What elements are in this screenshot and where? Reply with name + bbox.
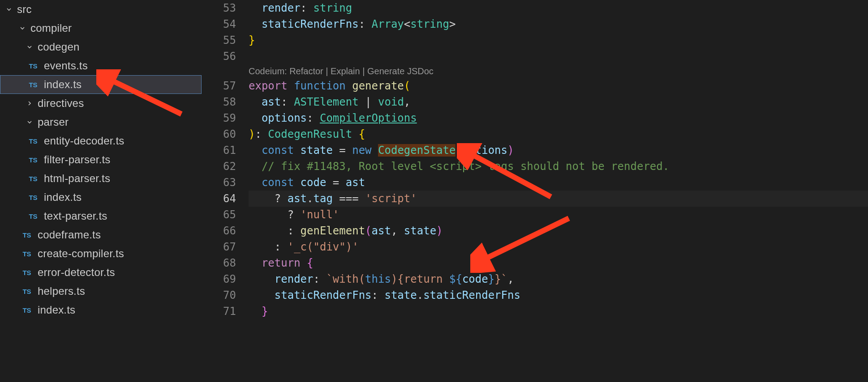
chevron-down-icon	[4, 5, 13, 14]
line-number: 56	[202, 48, 236, 64]
line-number: 71	[202, 303, 236, 319]
line-number: 60	[202, 126, 236, 142]
typescript-file-icon: TS	[27, 155, 39, 164]
code-line[interactable]: }	[249, 303, 868, 319]
file-row[interactable]: TSerror-detector.ts	[0, 263, 202, 282]
code-line[interactable]: // fix #11483, Root level <script> tags …	[249, 158, 868, 174]
chevron-down-icon	[18, 24, 27, 33]
typescript-file-icon: TS	[27, 61, 39, 70]
property: staticRenderFns	[262, 18, 359, 30]
folder-row[interactable]: directives	[0, 94, 202, 113]
file-row[interactable]: TSevents.ts	[0, 56, 202, 75]
file-label: text-parser.ts	[44, 210, 107, 222]
line-number: 67	[202, 239, 236, 255]
chevron-down-icon	[25, 118, 34, 127]
type: string	[314, 2, 352, 14]
line-number: 70	[202, 287, 236, 303]
line-number: 64	[202, 191, 236, 207]
line-number: 69	[202, 271, 236, 287]
codelens[interactable]: Codeium: Refactor | Explain | Generate J…	[249, 64, 868, 78]
code-line[interactable]: render: `with(this){return ${code}}`,	[249, 271, 868, 287]
line-number: 68	[202, 255, 236, 271]
line-number-gutter: 53545556575859606162636465666768697071	[202, 0, 249, 382]
code-line[interactable]: staticRenderFns: state.staticRenderFns	[249, 287, 868, 303]
typescript-file-icon: TS	[21, 287, 33, 296]
folder-label: codegen	[38, 41, 80, 53]
folder-row[interactable]: parser	[0, 113, 202, 132]
line-number: 54	[202, 16, 236, 32]
file-label: create-compiler.ts	[38, 247, 124, 260]
code-line[interactable]: options: CompilerOptions	[249, 110, 868, 126]
code-line[interactable]: render: string	[249, 0, 868, 16]
code-line[interactable]: : genElement(ast, state)	[249, 223, 868, 239]
file-label: codeframe.ts	[38, 229, 101, 241]
file-label: events.ts	[44, 59, 88, 72]
code-line[interactable]: ast: ASTElement | void,	[249, 94, 868, 110]
folder-label: directives	[38, 97, 84, 110]
property: render	[262, 2, 301, 14]
file-row[interactable]: TScreate-compiler.ts	[0, 244, 202, 263]
file-label: index.ts	[38, 304, 75, 316]
file-label: error-detector.ts	[38, 266, 115, 279]
code-line[interactable]: const state = new CodegenState(options)	[249, 142, 868, 158]
file-row[interactable]: TSindex.ts	[0, 188, 202, 207]
folder-row[interactable]: codegen	[0, 38, 202, 56]
typescript-file-icon: TS	[27, 136, 39, 145]
file-explorer[interactable]: srccompilercodegenTSevents.tsTSindex.tsd…	[0, 0, 202, 382]
code-line[interactable]: }	[249, 32, 868, 48]
line-number: 59	[202, 110, 236, 126]
typescript-file-icon: TS	[27, 174, 39, 183]
folder-label: parser	[38, 116, 69, 128]
file-row[interactable]: TScodeframe.ts	[0, 225, 202, 244]
folder-label: compiler	[30, 22, 72, 34]
line-number: 57	[202, 78, 236, 94]
chevron-down-icon	[25, 42, 34, 51]
code-line[interactable]	[249, 48, 868, 64]
code-line[interactable]: : '_c("div")'	[249, 239, 868, 255]
file-row[interactable]: TSfilter-parser.ts	[0, 150, 202, 169]
typescript-file-icon: TS	[21, 249, 33, 258]
typescript-file-icon: TS	[21, 306, 33, 314]
function-name: generate	[352, 80, 404, 92]
code-line[interactable]: return {	[249, 255, 868, 271]
file-row[interactable]: TStext-parser.ts	[0, 207, 202, 225]
file-label: entity-decoder.ts	[44, 135, 125, 147]
chevron-right-icon	[25, 99, 34, 108]
typescript-file-icon: TS	[21, 268, 33, 277]
file-row[interactable]: TShelpers.ts	[0, 282, 202, 301]
line-number: 61	[202, 142, 236, 158]
typescript-file-icon: TS	[27, 193, 39, 202]
highlighted-type: CodegenState	[378, 144, 455, 157]
file-row[interactable]: TSentity-decoder.ts	[0, 132, 202, 150]
line-number: 58	[202, 94, 236, 110]
line-number: 66	[202, 223, 236, 239]
line-number: 65	[202, 207, 236, 223]
line-number: 53	[202, 0, 236, 16]
file-row[interactable]: TShtml-parser.ts	[0, 169, 202, 188]
typescript-file-icon: TS	[21, 230, 33, 239]
code-line[interactable]: ? 'null'	[249, 207, 868, 223]
type-link[interactable]: CompilerOptions	[320, 112, 417, 124]
code-line[interactable]: const code = ast	[249, 174, 868, 191]
code-line[interactable]: ): CodegenResult {	[249, 126, 868, 142]
file-label: html-parser.ts	[44, 172, 110, 185]
file-label: helpers.ts	[38, 285, 85, 297]
file-row[interactable]: TSindex.ts	[0, 75, 202, 94]
code-editor[interactable]: 53545556575859606162636465666768697071 r…	[202, 0, 868, 382]
file-label: index.ts	[44, 191, 82, 204]
folder-row[interactable]: src	[0, 0, 202, 19]
code-line-current[interactable]: ? ast.tag === 'script'	[249, 191, 868, 207]
code-line[interactable]: staticRenderFns: Array<string>	[249, 16, 868, 32]
folder-label: src	[17, 3, 32, 16]
folder-row[interactable]: compiler	[0, 19, 202, 38]
line-number: 63	[202, 174, 236, 191]
typescript-file-icon: TS	[27, 80, 39, 89]
file-label: filter-parser.ts	[44, 153, 111, 166]
comment: // fix #11483, Root level <script> tags …	[262, 160, 669, 173]
code-area[interactable]: render: string staticRenderFns: Array<st…	[249, 0, 868, 382]
line-number: 62	[202, 158, 236, 174]
file-label: index.ts	[44, 78, 82, 91]
line-number: 55	[202, 32, 236, 48]
file-row[interactable]: TSindex.ts	[0, 301, 202, 319]
code-line[interactable]: export function generate(	[249, 78, 868, 94]
